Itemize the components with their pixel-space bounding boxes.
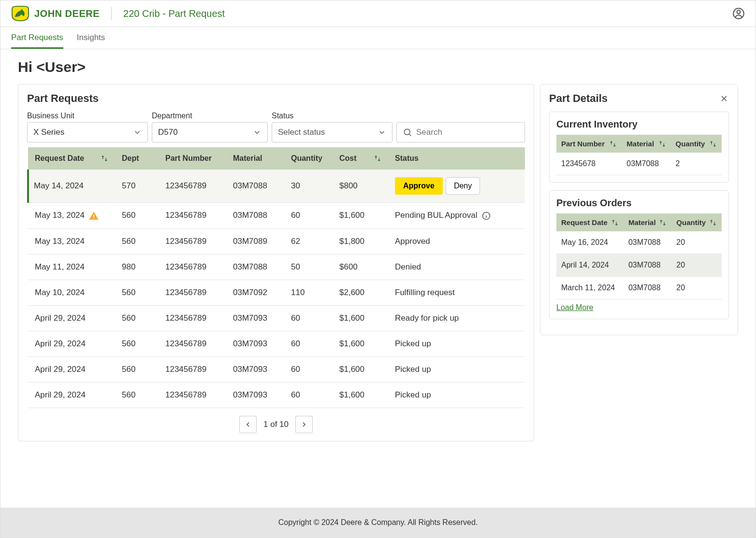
cell-cost: $600 xyxy=(333,254,388,280)
cell-qty: 20 xyxy=(671,277,722,299)
cell-date: May 14, 2024 xyxy=(34,181,84,190)
table-row[interactable]: May 14, 202457012345678903M708830$800App… xyxy=(28,170,525,203)
close-icon[interactable] xyxy=(719,94,729,103)
previous-orders-title: Previous Orders xyxy=(556,198,722,209)
table-row[interactable]: May 13, 2024 56012345678903M708860$1,600… xyxy=(28,203,525,229)
department-select[interactable]: D570 xyxy=(152,122,268,142)
sort-icon[interactable] xyxy=(609,140,617,148)
cell-material: 03M7088 xyxy=(226,203,284,229)
cell-qty: 30 xyxy=(284,170,333,203)
deer-logo-icon xyxy=(11,5,29,22)
sort-icon[interactable] xyxy=(709,140,717,148)
approve-button[interactable]: Approve xyxy=(395,177,443,195)
deny-button[interactable]: Deny xyxy=(446,177,480,195)
prev-col-material[interactable]: Material xyxy=(628,218,656,227)
sort-icon[interactable] xyxy=(658,140,666,148)
col-cost[interactable]: Cost xyxy=(339,154,357,163)
app-title: 220 Crib - Part Request xyxy=(123,8,225,19)
sort-icon[interactable] xyxy=(374,155,381,162)
info-icon[interactable] xyxy=(481,211,491,221)
brand-logo: JOHN DEERE xyxy=(11,5,100,22)
table-row[interactable]: March 11, 202403M708820 xyxy=(556,277,722,299)
col-status[interactable]: Status xyxy=(395,154,419,162)
cell-cost: $1,800 xyxy=(333,228,388,254)
inv-col-qty[interactable]: Quantity xyxy=(676,140,705,148)
business-unit-select[interactable]: X Series xyxy=(27,122,148,142)
cell-qty: 62 xyxy=(284,228,333,254)
cell-part: 123456789 xyxy=(159,331,226,356)
chevron-left-icon xyxy=(244,421,252,428)
table-row[interactable]: April 29, 202456012345678903M709360$1,60… xyxy=(28,382,525,408)
status-select[interactable]: Select status xyxy=(272,122,393,142)
part-details-title: Part Details xyxy=(549,92,608,105)
cell-cost: $1,600 xyxy=(333,331,388,356)
cell-material: 03M7088 xyxy=(226,170,284,203)
pager-next-button[interactable] xyxy=(295,416,313,433)
sort-icon[interactable] xyxy=(659,219,667,227)
svg-point-1 xyxy=(737,10,741,14)
table-row[interactable]: April 29, 202456012345678903M709360$1,60… xyxy=(28,305,525,331)
sort-icon[interactable] xyxy=(611,219,619,227)
tab-bar: Part Requests Insights xyxy=(0,27,756,49)
cell-qty: 60 xyxy=(284,356,333,382)
user-account-icon[interactable] xyxy=(732,7,745,20)
cell-date: May 16, 2024 xyxy=(556,231,624,254)
col-request-date[interactable]: Request Date xyxy=(35,154,84,163)
cell-material: 03M7092 xyxy=(226,280,284,305)
col-material[interactable]: Material xyxy=(233,154,262,162)
cell-material: 03M7088 xyxy=(622,153,670,175)
inv-col-material[interactable]: Material xyxy=(626,140,654,148)
col-quantity[interactable]: Quantity xyxy=(291,154,322,162)
cell-cost: $1,600 xyxy=(333,382,388,408)
brand-text: JOHN DEERE xyxy=(34,8,100,19)
col-dept[interactable]: Dept xyxy=(122,154,139,162)
cell-part: 123456789 xyxy=(159,170,226,203)
cell-date: April 29, 2024 xyxy=(35,365,86,374)
status-placeholder: Select status xyxy=(278,127,325,137)
prev-col-date[interactable]: Request Date xyxy=(561,218,608,227)
table-row[interactable]: May 13, 202456012345678903M708962$1,800A… xyxy=(28,228,525,254)
cell-dept: 560 xyxy=(115,331,159,356)
cell-date: May 10, 2024 xyxy=(35,288,85,297)
sort-icon[interactable] xyxy=(101,155,108,162)
table-row[interactable]: May 11, 202498012345678903M708850$600Den… xyxy=(28,254,525,280)
cell-part: 123456789 xyxy=(159,382,226,408)
part-requests-card: Part Requests Business Unit X Series Dep… xyxy=(18,84,534,441)
cell-date: May 13, 2024 xyxy=(35,237,85,246)
sort-icon[interactable] xyxy=(709,219,717,227)
status-text: Fulfilling request xyxy=(395,288,455,297)
table-row[interactable]: April 14, 202403M708820 xyxy=(556,254,722,277)
load-more-link[interactable]: Load More xyxy=(556,303,594,312)
cell-part: 123456789 xyxy=(159,280,226,305)
tab-part-requests[interactable]: Part Requests xyxy=(11,27,63,49)
inv-col-part[interactable]: Part Number xyxy=(561,140,605,148)
chevron-right-icon xyxy=(300,421,308,428)
table-row[interactable]: April 29, 202456012345678903M709360$1,60… xyxy=(28,356,525,382)
search-input[interactable] xyxy=(416,127,519,137)
pager: 1 of 10 xyxy=(27,416,525,433)
col-part-number[interactable]: Part Number xyxy=(165,154,212,162)
business-unit-label: Business Unit xyxy=(27,112,148,120)
status-text: Ready for pick up xyxy=(395,313,459,323)
prev-col-qty[interactable]: Quantity xyxy=(676,218,706,227)
cell-date: April 29, 2024 xyxy=(35,339,86,348)
cell-dept: 560 xyxy=(115,228,159,254)
business-unit-value: X Series xyxy=(33,127,64,137)
cell-material: 03M7093 xyxy=(226,356,284,382)
table-row[interactable]: May 10, 202456012345678903M7092110$2,600… xyxy=(28,280,525,305)
status-text: Approved xyxy=(395,237,430,246)
chevron-down-icon xyxy=(378,128,386,137)
table-row[interactable]: April 29, 202456012345678903M709360$1,60… xyxy=(28,331,525,356)
search-icon xyxy=(403,127,412,137)
table-row[interactable]: May 16, 202403M708820 xyxy=(556,231,722,254)
search-box[interactable] xyxy=(396,122,525,142)
cell-qty: 50 xyxy=(284,254,333,280)
pager-prev-button[interactable] xyxy=(239,416,257,433)
cell-dept: 560 xyxy=(115,280,159,305)
svg-rect-4 xyxy=(93,217,94,218)
tab-insights[interactable]: Insights xyxy=(77,27,105,49)
cell-material: 03M7093 xyxy=(226,331,284,356)
cell-part: 123456789 xyxy=(159,305,226,331)
table-row[interactable]: 1234567803M70882 xyxy=(556,153,722,175)
cell-dept: 560 xyxy=(115,356,159,382)
